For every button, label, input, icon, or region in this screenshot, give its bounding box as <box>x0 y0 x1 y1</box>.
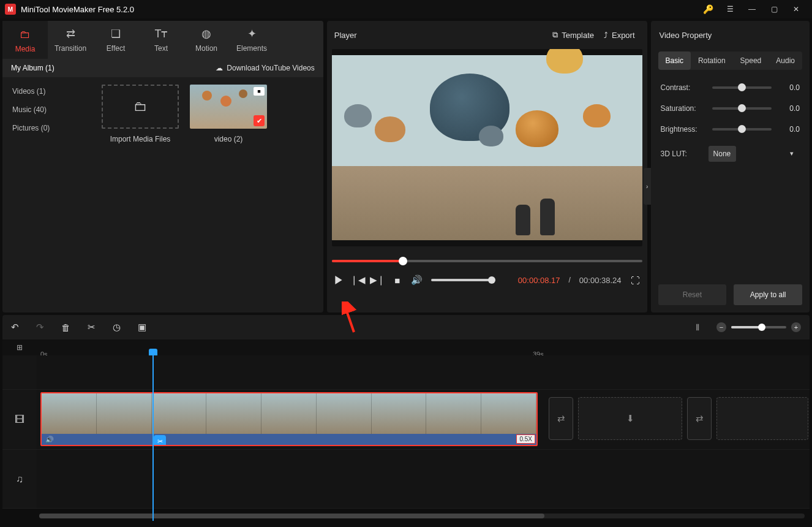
app-title: MiniTool MovieMaker Free 5.2.0 <box>21 5 134 14</box>
playhead-line[interactable] <box>152 355 154 521</box>
empty-clip-slot-2[interactable] <box>716 397 808 440</box>
key-icon: 🔑 <box>703 4 713 14</box>
export-icon: ⤴ <box>604 31 608 40</box>
crop-button[interactable]: ▣ <box>138 322 146 333</box>
reset-button[interactable]: Reset <box>658 284 727 305</box>
split-button[interactable]: ✂ <box>88 322 96 333</box>
speed-badge: 0.5X <box>516 434 535 444</box>
snap-button[interactable]: ⦀ <box>696 322 699 333</box>
album-bar: My Album (1) ☁ Download YouTube Videos <box>2 59 323 77</box>
time-current: 00:00:08.17 <box>518 276 560 285</box>
prop-tab-speed[interactable]: Speed <box>733 51 769 70</box>
tab-text[interactable]: Tᴛ Text <box>138 21 184 59</box>
lut-row: 3D LUT: None <box>651 140 810 168</box>
speaker-icon: 🔊 <box>45 436 54 444</box>
text-icon: Tᴛ <box>155 27 168 40</box>
timeline-ruler-row: ⊞ 0s 39s <box>2 339 810 355</box>
contrast-slider[interactable] <box>712 86 772 89</box>
tab-text-label: Text <box>154 44 168 53</box>
playback-progress[interactable] <box>332 260 642 262</box>
prev-frame-button[interactable]: ❘◀ <box>353 275 364 286</box>
brightness-slider[interactable] <box>712 128 772 131</box>
tab-elements[interactable]: ✦ Elements <box>229 21 274 59</box>
minimize-icon: — <box>748 5 756 13</box>
zoom-in-button[interactable]: + <box>791 322 801 332</box>
cloud-download-icon: ☁ <box>216 64 223 72</box>
app-logo-icon: M <box>5 4 16 15</box>
play-button[interactable] <box>333 276 344 284</box>
tab-transition[interactable]: ⇄ Transition <box>48 21 93 59</box>
property-panel: › Video Property Basic Rotation Speed Au… <box>651 21 810 313</box>
next-frame-button[interactable]: ▶❘ <box>372 275 383 286</box>
video-preview[interactable] <box>332 49 642 246</box>
undo-button[interactable]: ↶ <box>11 322 19 333</box>
redo-button[interactable]: ↷ <box>36 322 44 333</box>
import-media-button[interactable]: 🗀 Import Media Files <box>102 85 179 305</box>
media-grid: 🗀 Import Media Files ■ ✔ video (2) <box>94 77 323 313</box>
saturation-value: 0.0 <box>778 104 800 113</box>
tab-media-label: Media <box>15 45 36 53</box>
tab-effect[interactable]: ❏ Effect <box>93 21 138 59</box>
export-label: Export <box>612 31 635 40</box>
activate-key-button[interactable]: 🔑 <box>697 0 719 18</box>
stop-button[interactable]: ■ <box>392 275 403 286</box>
lut-label: 3D LUT: <box>661 150 702 158</box>
title-bar: M MiniTool MovieMaker Free 5.2.0 🔑 ☰ — ▢… <box>0 0 812 18</box>
export-button[interactable]: ⤴ Export <box>599 27 640 44</box>
transition-slot-right[interactable]: ⇄ <box>687 397 712 440</box>
speed-button[interactable]: ◷ <box>113 322 121 333</box>
category-music[interactable]: Music (40) <box>2 100 94 119</box>
layers-icon: ❏ <box>111 27 121 40</box>
zoom-control: − + <box>716 322 801 332</box>
template-button[interactable]: ⧉ Template <box>547 26 599 44</box>
panel-collapse-button[interactable]: › <box>644 168 651 205</box>
video-track: 🎞 🔊 ✂ 0.5X ⇄ ⬇ ⇄ <box>2 390 810 450</box>
saturation-row: Saturation: 0.0 <box>651 98 810 119</box>
empty-clip-slot[interactable]: ⬇ <box>578 397 682 440</box>
volume-slider[interactable] <box>431 279 492 281</box>
progress-knob[interactable] <box>399 257 407 265</box>
template-label: Template <box>562 31 594 40</box>
timeline-tracks: 🎞 🔊 ✂ 0.5X ⇄ ⬇ ⇄ ♫ <box>2 355 810 521</box>
media-thumbnail[interactable]: ■ ✔ <box>190 85 267 129</box>
property-tabs: Basic Rotation Speed Audio <box>658 51 802 70</box>
album-name[interactable]: My Album (1) <box>11 64 216 72</box>
delete-button[interactable]: 🗑 <box>61 322 70 333</box>
add-track-button[interactable]: ⊞ <box>2 343 37 352</box>
tab-effect-label: Effect <box>107 44 125 53</box>
prop-tab-audio[interactable]: Audio <box>769 51 802 70</box>
maximize-icon: ▢ <box>771 5 778 13</box>
timeline-scrollbar[interactable] <box>39 514 805 518</box>
volume-button[interactable]: 🔊 <box>412 275 423 286</box>
zoom-out-button[interactable]: − <box>716 322 726 332</box>
download-youtube-label: Download YouTube Videos <box>227 64 314 72</box>
hamburger-menu-button[interactable]: ☰ <box>719 0 741 18</box>
prop-tab-basic[interactable]: Basic <box>658 51 691 70</box>
template-icon: ⧉ <box>552 30 558 40</box>
category-videos[interactable]: Videos (1) <box>2 82 94 100</box>
time-separator: / <box>569 276 571 284</box>
menu-icon: ☰ <box>727 5 734 13</box>
split-marker-icon[interactable]: ✂ <box>154 435 166 446</box>
minimize-button[interactable]: — <box>741 0 763 18</box>
tab-media[interactable]: 🗀 Media <box>2 21 48 59</box>
category-list: Videos (1) Music (40) Pictures (0) <box>2 77 94 313</box>
swap-icon: ⇄ <box>66 27 75 40</box>
overlay-track <box>2 355 810 390</box>
close-button[interactable]: ✕ <box>785 0 807 18</box>
video-clip[interactable]: 🔊 ✂ 0.5X <box>40 392 538 446</box>
lut-select[interactable]: None <box>709 146 736 162</box>
category-pictures[interactable]: Pictures (0) <box>2 119 94 137</box>
maximize-button[interactable]: ▢ <box>763 0 785 18</box>
media-item[interactable]: ■ ✔ video (2) <box>190 85 267 305</box>
download-youtube-button[interactable]: ☁ Download YouTube Videos <box>216 64 314 72</box>
apply-to-all-button[interactable]: Apply to all <box>734 284 802 305</box>
import-label: Import Media Files <box>110 135 171 143</box>
saturation-slider[interactable] <box>712 107 772 110</box>
fullscreen-button[interactable]: ⛶ <box>630 275 641 286</box>
media-item-name: video (2) <box>214 135 243 143</box>
prop-tab-rotation[interactable]: Rotation <box>691 51 733 70</box>
tab-motion[interactable]: ◍ Motion <box>184 21 229 59</box>
transition-slot-left[interactable]: ⇄ <box>549 397 573 440</box>
zoom-slider[interactable] <box>731 326 786 328</box>
